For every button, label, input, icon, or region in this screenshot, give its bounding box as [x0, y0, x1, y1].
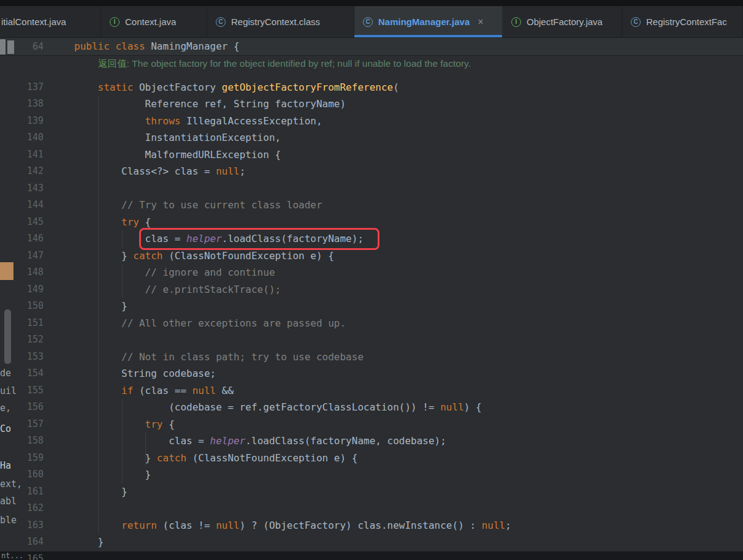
- line-number[interactable]: 138: [0, 96, 74, 113]
- code-line[interactable]: 152: [0, 331, 743, 349]
- line-number[interactable]: 157: [0, 416, 74, 433]
- code-line[interactable]: 138 Reference ref, String factoryName): [0, 96, 743, 113]
- code-line[interactable]: 160 }: [0, 466, 743, 483]
- code-line[interactable]: 147 } catch (ClassNotFoundException e) {: [0, 248, 743, 265]
- code-token: {: [163, 418, 175, 430]
- code-line[interactable]: 164 }: [0, 534, 743, 551]
- line-number[interactable]: 142: [0, 163, 74, 180]
- line-number[interactable]: 140: [0, 129, 74, 146]
- tab-context-java[interactable]: IContext.java: [101, 6, 207, 37]
- code-token: // Not in class path; try to use codebas…: [121, 351, 364, 363]
- code-line[interactable]: 161 }: [0, 483, 743, 501]
- code-line[interactable]: 143: [0, 180, 743, 197]
- code-token: String codebase;: [74, 368, 216, 379]
- code-line[interactable]: 139 throws IllegalAccessException,: [0, 113, 743, 130]
- tab-registrycontext-class[interactable]: CRegistryContext.class: [207, 6, 354, 37]
- line-number[interactable]: 137: [0, 79, 74, 96]
- code-token: Reference ref, String factoryName): [74, 98, 346, 110]
- code-line[interactable]: 153 // Not in class path; try to use cod…: [0, 349, 743, 366]
- class-icon: C: [216, 17, 226, 27]
- line-number[interactable]: 158: [0, 433, 74, 450]
- line-number[interactable]: 143: [0, 180, 74, 197]
- code-token: null: [216, 520, 240, 531]
- class-icon: C: [363, 17, 373, 27]
- code-token: NamingManager {: [145, 40, 240, 52]
- code-token: throws: [145, 115, 181, 127]
- line-number[interactable]: [0, 55, 74, 72]
- code-line[interactable]: 159 } catch (ClassNotFoundException e) {: [0, 450, 743, 467]
- tab-itialcontext-java[interactable]: itialContext.java: [0, 6, 101, 37]
- code-line[interactable]: 142 Class<?> clas = null;: [0, 163, 743, 180]
- code-token: // All other exceptions are passed up.: [121, 317, 346, 329]
- line-content: }: [74, 466, 151, 483]
- code-line[interactable]: 144 // Try to use current class loader: [0, 197, 743, 214]
- code-token: 返回值:: [98, 58, 129, 69]
- line-number[interactable]: 146: [0, 230, 74, 248]
- code-line[interactable]: 140 InstantiationException,: [0, 129, 743, 146]
- line-number[interactable]: 154: [0, 365, 74, 382]
- code-token: return: [121, 520, 157, 531]
- code-line[interactable]: 150 }: [0, 298, 743, 315]
- line-number[interactable]: 153: [0, 349, 74, 366]
- code-line[interactable]: 146 clas = helper.loadClass(factoryName)…: [0, 230, 743, 248]
- code-line[interactable]: 162: [0, 500, 743, 517]
- code-line[interactable]: 158 clas = helper.loadClass(factoryName,…: [0, 433, 743, 450]
- code-token: InstantiationException,: [74, 132, 281, 143]
- line-number[interactable]: 145: [0, 214, 74, 231]
- code-line[interactable]: 163 return (clas != null) ? (ObjectFacto…: [0, 517, 743, 534]
- code-token: static: [98, 81, 134, 93]
- line-content: throws IllegalAccessException,: [74, 113, 322, 130]
- code-token: }: [74, 469, 151, 480]
- tab-registrycontextfac[interactable]: CRegistryContextFac: [622, 6, 743, 37]
- code-line[interactable]: 141 MalformedURLException {: [0, 146, 743, 164]
- code-token: (codebase = ref.getFactoryClassLocation(…: [74, 401, 440, 413]
- clipped-panel-artifact: [0, 39, 6, 55]
- line-content: clas = helper.loadClass(factoryName);: [74, 230, 364, 248]
- code-token: catch: [157, 452, 186, 464]
- tab-objectfactory-java[interactable]: IObjectFactory.java: [503, 6, 622, 37]
- line-number[interactable]: 151: [0, 315, 74, 332]
- code-line[interactable]: 157 try {: [0, 416, 743, 433]
- close-icon[interactable]: ×: [478, 17, 483, 27]
- tab-namingmanager-java[interactable]: CNamingManager.java×: [354, 6, 503, 37]
- line-content: (codebase = ref.getFactoryClassLocation(…: [74, 399, 482, 416]
- line-number[interactable]: 144: [0, 197, 74, 214]
- code-line[interactable]: 165: [0, 551, 743, 560]
- tab-label: NamingManager.java: [378, 17, 470, 27]
- code-line[interactable]: 156 (codebase = ref.getFactoryClassLocat…: [0, 399, 743, 416]
- line-content: // All other exceptions are passed up.: [74, 315, 346, 332]
- line-number[interactable]: 141: [0, 146, 74, 164]
- line-content: return (clas != null) ? (ObjectFactory) …: [74, 517, 511, 534]
- code-line[interactable]: 155 if (clas == null &&: [0, 382, 743, 399]
- code-line[interactable]: 149 // e.printStackTrace();: [0, 281, 743, 298]
- line-number[interactable]: 164: [0, 534, 74, 551]
- code-line[interactable]: 145 try {: [0, 214, 743, 231]
- scrollbar-thumb[interactable]: [4, 309, 11, 364]
- line-content: }: [74, 298, 128, 315]
- line-number[interactable]: 139: [0, 113, 74, 130]
- code-line[interactable]: 154 String codebase;: [0, 365, 743, 382]
- line-number[interactable]: 159: [0, 450, 74, 467]
- code-line[interactable]: 137 static ObjectFactory getObjectFactor…: [0, 79, 743, 96]
- line-content: // Try to use current class loader: [74, 197, 322, 214]
- line-number[interactable]: 149: [0, 281, 74, 298]
- line-number[interactable]: 147: [0, 248, 74, 265]
- tab-bar: itialContext.javaIContext.javaCRegistryC…: [0, 6, 743, 38]
- code-token: helper: [186, 233, 222, 244]
- code-token: }: [74, 536, 104, 548]
- line-number[interactable]: 165: [0, 551, 74, 560]
- code-line[interactable]: 148 // ignore and continue: [0, 264, 743, 281]
- code-token: null: [440, 401, 464, 413]
- line-number[interactable]: 156: [0, 399, 74, 416]
- code-token: ) {: [464, 401, 482, 413]
- line-number[interactable]: 150: [0, 298, 74, 315]
- clipped-panel-artifact: [7, 40, 14, 54]
- sticky-class-declaration-line[interactable]: 64 public class NamingManager {: [0, 38, 743, 55]
- code-token: ObjectFactory: [133, 81, 222, 93]
- code-token: &&: [216, 385, 234, 396]
- code-line[interactable]: 151 // All other exceptions are passed u…: [0, 315, 743, 332]
- doc-comment-line[interactable]: 返回值: The object factory for the object i…: [0, 55, 743, 72]
- code-token: // e.printStackTrace();: [145, 284, 281, 295]
- line-number[interactable]: 152: [0, 331, 74, 349]
- clipped-text-fragment: e,: [0, 403, 11, 414]
